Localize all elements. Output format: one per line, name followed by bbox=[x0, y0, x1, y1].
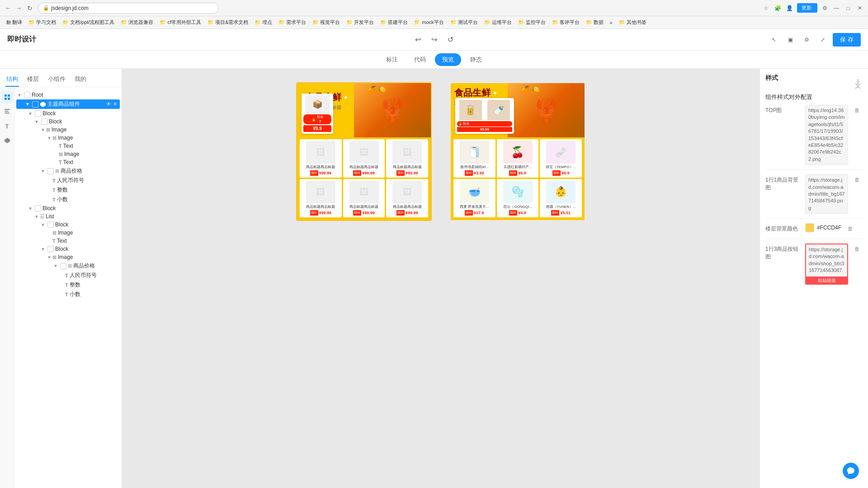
bookmark-track[interactable]: 📁 埋点 bbox=[252, 18, 275, 27]
text-edit-icon[interactable]: 文 bbox=[854, 81, 863, 90]
undo-button[interactable]: ↩ bbox=[411, 33, 424, 46]
text-icon-tab[interactable]: T bbox=[1, 120, 14, 132]
tree-item-decimal1[interactable]: ▶ T 小数 bbox=[14, 195, 122, 204]
tab-floor[interactable]: 楼层 bbox=[26, 72, 40, 87]
tree-item-rmb1[interactable]: ▶ T 人民币符号 bbox=[14, 176, 122, 185]
profile-icon[interactable]: 👤 bbox=[785, 4, 794, 13]
checkbox-block1[interactable] bbox=[35, 110, 41, 117]
bookmark-icon[interactable]: ☆ bbox=[762, 4, 771, 13]
cursor-tool-icon[interactable]: ↖ bbox=[768, 33, 780, 46]
tree-item-image1-2[interactable]: ▶ ⊠ Image bbox=[14, 150, 122, 158]
structure-icon-tab[interactable] bbox=[1, 91, 14, 103]
checkbox-price1[interactable] bbox=[47, 168, 54, 174]
bookmark-visual[interactable]: 📁 视觉平台 bbox=[310, 18, 343, 27]
close-browser-icon[interactable]: ✕ bbox=[855, 4, 864, 13]
frame-tool-icon[interactable]: ▣ bbox=[784, 33, 797, 46]
tab-annotation[interactable]: 标注 bbox=[379, 53, 405, 66]
tree-item-block3-1[interactable]: ▼ Block bbox=[14, 221, 122, 229]
bookmark-others[interactable]: 📁 其他书签 bbox=[616, 18, 649, 27]
visibility-icon[interactable]: 👁 bbox=[106, 101, 111, 107]
bookmark-dev[interactable]: 📁 开发平台 bbox=[344, 18, 377, 27]
minimize-icon[interactable]: — bbox=[832, 4, 841, 13]
tree-item-price2[interactable]: ▼ ⊞ 商品价格 bbox=[14, 261, 122, 271]
auto-save-button[interactable]: ↺ bbox=[444, 33, 457, 46]
extension-icon[interactable]: 🧩 bbox=[774, 4, 783, 13]
canvas-content: 🦞 🍊 🍋 食品生鲜 ✦ 商品标题商品标题 bbox=[296, 82, 585, 221]
tree-item-image1-1[interactable]: ▼ ⊠ Image bbox=[14, 134, 122, 142]
update-button[interactable]: 更新· bbox=[797, 3, 817, 13]
tab-structure[interactable]: 结构 bbox=[5, 72, 19, 87]
redo-button[interactable]: ↪ bbox=[428, 33, 440, 46]
tree-item-block1[interactable]: ▼ Block bbox=[14, 109, 122, 117]
tree-item-image3[interactable]: ▼ ⊠ Image bbox=[14, 253, 122, 261]
tab-mine[interactable]: 我的 bbox=[74, 72, 87, 87]
fullscreen-icon[interactable]: ⤢ bbox=[816, 33, 829, 46]
address-bar[interactable]: 🔒 jsdesign.jd.com bbox=[38, 3, 219, 14]
tree-item-block2[interactable]: ▼ Block bbox=[14, 117, 122, 126]
bookmark-translate[interactable]: 翻 翻译 bbox=[4, 18, 25, 27]
floor-bg-color-swatch[interactable] bbox=[805, 223, 814, 232]
bookmark-ops[interactable]: 📁 运维平台 bbox=[481, 18, 514, 27]
bookmark-project[interactable]: 📁 项目&需求文档 bbox=[205, 18, 251, 27]
checkbox-block3-2[interactable] bbox=[47, 246, 54, 252]
tree-item-image1[interactable]: ▼ ⊠ Image bbox=[14, 126, 122, 134]
panel-icon-tabs: T bbox=[0, 87, 14, 488]
top-image-delete-icon[interactable]: 🗑 bbox=[852, 105, 863, 116]
save-button[interactable]: 保 存 bbox=[833, 33, 861, 47]
tree-item-integer2[interactable]: ▶ T 整数 bbox=[14, 280, 122, 290]
checkbox-price2[interactable] bbox=[60, 263, 66, 269]
tree-item-rmb2[interactable]: ▶ T 人民币符号 bbox=[14, 271, 122, 280]
tab-widget[interactable]: 小组件 bbox=[47, 72, 66, 87]
tree-item-text1[interactable]: ▶ T Text bbox=[14, 142, 122, 150]
bookmark-docs[interactable]: 📁 学习文档 bbox=[26, 18, 59, 27]
app-logo: 即时设计 bbox=[7, 35, 36, 44]
tree-item-theme-component[interactable]: ▼ 主题商品组件 👁 ✕ bbox=[16, 99, 120, 109]
tree-item-text2[interactable]: ▶ T Text bbox=[14, 158, 122, 166]
component-icon-tab[interactable] bbox=[1, 134, 14, 147]
tab-code[interactable]: 代码 bbox=[407, 53, 433, 66]
bookmark-customer[interactable]: 📁 客评平台 bbox=[549, 18, 582, 27]
bookmark-build[interactable]: 📁 搭建平台 bbox=[377, 18, 410, 27]
bookmark-data[interactable]: 📁 数据 bbox=[583, 18, 606, 27]
row1-bg-delete-icon[interactable]: 🗑 bbox=[852, 174, 863, 185]
checkbox-block3-1[interactable] bbox=[47, 221, 54, 228]
settings-gear-icon[interactable]: ⚙ bbox=[800, 33, 813, 46]
tree-item-root[interactable]: ▼ Root bbox=[14, 91, 122, 99]
settings-icon[interactable]: ⚙ bbox=[820, 4, 829, 13]
delete-node-icon[interactable]: ✕ bbox=[113, 101, 117, 107]
tree-item-image2[interactable]: ▶ ⊠ Image bbox=[14, 229, 122, 237]
checkbox-block2[interactable] bbox=[41, 118, 47, 125]
tree-item-block3-2[interactable]: ▼ Block bbox=[14, 245, 122, 253]
tree-item-integer1[interactable]: ▶ T 整数 bbox=[14, 185, 122, 195]
component-card-2[interactable]: 🦞 🍊 🍋 食品生鲜 ✦ 惠寻京东自有品牌... bbox=[450, 82, 585, 221]
checkbox-block3[interactable] bbox=[35, 205, 41, 211]
forward-button[interactable]: → bbox=[14, 4, 24, 13]
back-button[interactable]: ← bbox=[4, 4, 13, 13]
tree-item-text3[interactable]: ▶ T Text bbox=[14, 237, 122, 245]
bookmark-ppt[interactable]: 📁 文档/ppt/流程图工具 bbox=[60, 18, 117, 27]
row3-btn-delete-icon[interactable]: 🗑 bbox=[852, 244, 863, 254]
chat-tooltip-button[interactable] bbox=[843, 463, 859, 479]
canvas-area[interactable]: 🦞 🍊 🍋 食品生鲜 ✦ 商品标题商品标题 bbox=[122, 69, 760, 488]
page-icon-tab[interactable] bbox=[1, 105, 14, 118]
checkbox-root[interactable] bbox=[24, 92, 30, 98]
tab-static[interactable]: 静态 bbox=[463, 53, 489, 66]
tree-item-decimal2[interactable]: ▶ T 小数 bbox=[14, 290, 122, 299]
tree-item-list1[interactable]: ▼ ☰ List bbox=[14, 212, 122, 221]
bookmark-browser[interactable]: 📁 浏览器兼容 bbox=[118, 18, 156, 27]
bookmark-tools[interactable]: 📁 cf常用外部工具 bbox=[157, 18, 204, 27]
maximize-icon[interactable]: □ bbox=[844, 4, 853, 13]
bookmark-mock[interactable]: 📁 mock平台 bbox=[411, 18, 446, 27]
top-image-url[interactable]: https://img14.360buyimg.com/imagetools/j… bbox=[805, 105, 848, 165]
floor-bg-delete-icon[interactable]: 🗑 bbox=[845, 223, 856, 234]
tab-preview[interactable]: 预览 bbox=[435, 53, 461, 66]
tree-item-block3[interactable]: ▼ Block bbox=[14, 204, 122, 212]
bookmark-monitor[interactable]: 📁 监控平台 bbox=[515, 18, 548, 27]
bookmark-test[interactable]: 📁 测试平台 bbox=[448, 18, 481, 27]
tree-item-price1[interactable]: ▼ ⊞ 商品价格 bbox=[14, 166, 122, 176]
refresh-button[interactable]: ↻ bbox=[25, 4, 34, 13]
row1-bg-url[interactable]: https://storage.jd.com/wacom-admin/title… bbox=[805, 174, 848, 214]
component-card-1[interactable]: 🦞 🍊 🍋 食品生鲜 ✦ 商品标题商品标题 bbox=[296, 82, 432, 221]
bookmark-more[interactable]: » bbox=[607, 19, 615, 26]
bookmark-demand[interactable]: 📁 需求平台 bbox=[276, 18, 309, 27]
